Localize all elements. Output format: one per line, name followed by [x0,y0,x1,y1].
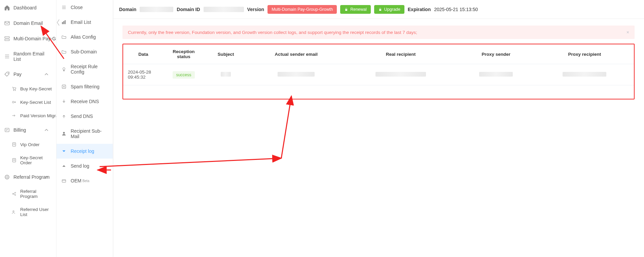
upgrade-button[interactable]: Upgrade [374,5,404,14]
sidebar-item-pay[interactable]: Pay [0,67,56,82]
cell-proxy-recipient [535,64,634,85]
alert-close-button[interactable]: × [627,30,629,35]
domain-label: Domain [119,7,136,12]
svg-point-12 [15,192,16,193]
svg-rect-21 [62,180,66,182]
submenu-item-oem[interactable]: OEM Beta [57,173,113,188]
home-icon [4,5,10,11]
folder-icon [61,49,67,54]
sidebar-billing-children: Vip Order Key-Secret Order [0,138,56,169]
sidebar-item-referred-user-list[interactable]: Referred User List [8,203,56,221]
arrow-down-icon [61,99,67,104]
svg-point-13 [15,195,16,196]
svg-rect-8 [12,143,15,146]
main-content: Domain Domain ID Version Multi-Domain Pa… [113,0,644,257]
sidebar-item-label: Buy Key-Secret [20,86,52,91]
sidebar-item-label: Paid Version Migration [20,113,57,118]
submenu-item-receive-dns[interactable]: Receive DNS [57,94,113,109]
submenu-item-sub-domain[interactable]: Sub-Domain [57,44,113,59]
svg-rect-7 [5,128,9,132]
submenu-item-alias-config[interactable]: Alias Config [57,30,113,44]
alert-banner: Currently, only the free version, Founda… [122,26,635,39]
submenu-item-label: OEM [71,178,81,183]
submenu-item-email-list[interactable]: Email List [57,15,113,30]
submenu-item-label: Receive DNS [71,99,99,104]
secondary-sidebar: Close Email List Alias Config Sub-Domain… [57,0,113,257]
submenu-item-receipt-rule-config[interactable]: Receipt Rule Config [57,59,113,79]
chevron-up-icon [43,71,49,77]
sidebar-item-random-email-list[interactable]: Random Email List [0,46,56,67]
sidebar-item-dashboard[interactable]: Dashboard [0,0,56,15]
sidebar-item-domain-email[interactable]: Domain Email [0,15,56,31]
svg-point-20 [63,132,65,134]
chevron-left-icon [57,19,60,26]
sidebar-item-label: Pay [13,72,22,77]
th-reception-status: Reception status [164,44,204,64]
sidebar-item-label: Multi-Domain Pay-Group [13,36,57,41]
submenu-item-label: Close [71,5,83,10]
real-recipient-redacted [375,72,426,77]
sidebar-item-key-secret-order[interactable]: Key-Secret Order [8,151,56,169]
svg-point-6 [12,101,14,103]
sidebar-item-referral-program[interactable]: Referral Program [0,169,56,185]
users-icon [11,209,17,215]
sidebar-item-label: Vip Order [20,142,40,147]
table-row: 2024-05-28 09:45:32 success [123,64,634,85]
submenu-item-receipt-log[interactable]: Receipt log [57,144,113,159]
svg-rect-16 [64,21,64,24]
sidebar-item-key-secret-list[interactable]: Key-Secret List [8,95,56,109]
alert-text: Currently, only the free version, Founda… [128,30,417,35]
sidebar-item-label: Referral Program [20,189,53,199]
sidebar-item-label: Domain Email [13,20,43,26]
domain-id-value-redacted [204,7,244,12]
svg-line-25 [100,158,281,167]
sidebar-item-multi-domain-pay-group[interactable]: Multi-Domain Pay-Group [0,31,56,46]
migrate-icon [11,113,17,118]
th-subject: Subject [204,44,248,64]
sidebar-item-label: Key-Secret List [20,100,51,105]
version-tag-label: Multi-Domain Pay-Group-Growth [272,7,333,12]
beta-badge: Beta [82,179,90,183]
th-data: Data [123,44,164,64]
submenu-item-send-dns[interactable]: Send DNS [57,109,113,124]
sidebar-item-referral-program-sub[interactable]: Referral Program [8,185,56,203]
receipt-log-table: Data Reception status Subject Actual sen… [123,44,634,99]
submenu-item-label: Receipt log [71,148,94,154]
domain-value-redacted [140,7,173,12]
submenu-item-recipient-sub-mail[interactable]: Recipient Sub-Mail [57,124,113,144]
list-icon [4,53,10,59]
content-area: Currently, only the free version, Founda… [113,19,644,257]
sidebar-item-vip-order[interactable]: Vip Order [8,138,56,151]
sidebar-item-billing[interactable]: Billing [0,122,56,138]
sidebar-item-paid-version-migration[interactable]: Paid Version Migration [8,109,56,122]
submenu-item-label: Spam filtering [71,84,100,89]
folder-icon [61,34,67,40]
sidebar-item-buy-key-secret[interactable]: Buy Key-Secret [8,82,56,95]
submenu-item-send-log[interactable]: Send log [57,159,113,173]
submenu-item-spam-filtering[interactable]: Spam filtering [57,79,113,94]
version-tag: Multi-Domain Pay-Group-Growth [267,5,337,14]
submenu-item-label: Send DNS [71,114,93,119]
proxy-recipient-redacted [563,72,606,77]
chevron-up-icon [43,174,49,180]
submenu-item-close[interactable]: Close [57,0,113,15]
renewal-button[interactable]: Renewal [340,5,371,14]
share-icon [11,191,17,197]
collapse-toggle[interactable] [57,19,60,26]
sidebar-item-label: Key-Secret Order [20,155,53,165]
cell-status: success [164,64,204,85]
cart-icon [11,86,17,91]
svg-line-26 [281,96,291,158]
cell-real-recipient [345,64,457,85]
svg-rect-23 [379,9,381,11]
renewal-button-label: Renewal [350,7,367,12]
svg-rect-22 [345,9,347,11]
submenu-item-label: Send log [71,163,89,169]
user-icon [61,131,67,136]
svg-point-3 [8,73,8,74]
sidebar-pay-children: Buy Key-Secret Key-Secret List Paid Vers… [0,82,56,122]
domain-id-label: Domain ID [177,7,200,12]
sidebar-item-label: Dashboard [13,5,37,10]
expiration-value: 2025-05-21 15:13:50 [434,7,478,12]
group-icon [4,36,10,42]
